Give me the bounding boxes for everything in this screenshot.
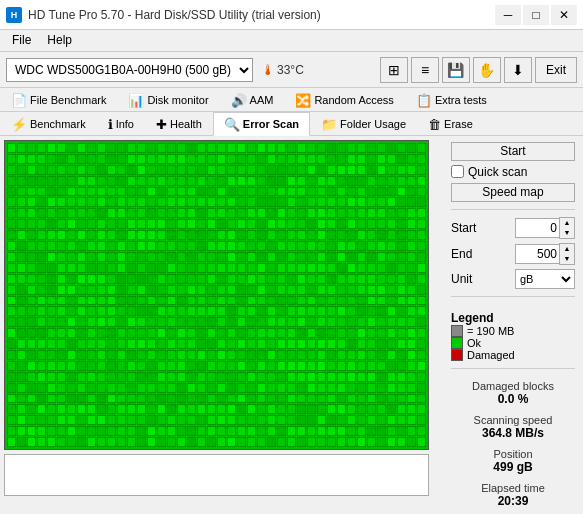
disk-selector[interactable]: WDC WDS500G1B0A-00H9H0 (500 gB)	[6, 58, 253, 82]
grid-cell	[247, 306, 256, 316]
maximize-button[interactable]: □	[523, 5, 549, 25]
grid-cell	[177, 306, 186, 316]
grid-cell	[277, 328, 286, 338]
grid-cell	[257, 241, 266, 251]
benchmark-icon: ⚡	[11, 117, 27, 132]
end-down-btn[interactable]: ▼	[560, 254, 574, 264]
grid-cell	[157, 415, 166, 425]
grid-cell	[247, 285, 256, 295]
menu-help[interactable]: Help	[39, 32, 80, 49]
grid-cell	[347, 372, 356, 382]
toolbar-btn-2[interactable]: ≡	[411, 57, 439, 83]
tab-benchmark[interactable]: ⚡ Benchmark	[0, 112, 97, 136]
grid-cell	[247, 230, 256, 240]
toolbar-btn-1[interactable]: ⊞	[380, 57, 408, 83]
start-down-btn[interactable]: ▼	[560, 228, 574, 238]
speed-map-button[interactable]: Speed map	[451, 183, 575, 202]
grid-cell	[37, 176, 46, 186]
tab-random-access[interactable]: 🔀 Random Access	[284, 88, 404, 112]
end-input[interactable]: 500	[515, 244, 559, 264]
grid-cell	[117, 208, 126, 218]
grid-cell	[127, 394, 136, 404]
grid-cell	[87, 197, 96, 207]
position-section: Position 499 gB	[451, 448, 575, 474]
end-up-btn[interactable]: ▲	[560, 244, 574, 254]
tab-folder-usage[interactable]: 📁 Folder Usage	[310, 112, 417, 136]
grid-cell	[267, 361, 276, 371]
grid-cell	[277, 252, 286, 262]
tab-error-scan[interactable]: 🔍 Error Scan	[213, 112, 310, 136]
grid-cell	[357, 143, 366, 153]
grid-cell	[17, 306, 26, 316]
grid-cell	[327, 176, 336, 186]
toolbar-btn-4[interactable]: ✋	[473, 57, 501, 83]
tab-info[interactable]: ℹ Info	[97, 112, 145, 136]
quick-scan-checkbox[interactable]	[451, 165, 464, 178]
grid-cell	[337, 339, 346, 349]
grid-cell	[237, 154, 246, 164]
close-button[interactable]: ✕	[551, 5, 577, 25]
grid-cell	[217, 372, 226, 382]
tab-health[interactable]: ✚ Health	[145, 112, 213, 136]
tab-file-benchmark[interactable]: 📄 File Benchmark	[0, 88, 117, 112]
toolbar-btn-5[interactable]: ⬇	[504, 57, 532, 83]
grid-cell	[37, 154, 46, 164]
grid-cell	[47, 263, 56, 273]
tab-disk-monitor[interactable]: 📊 Disk monitor	[117, 88, 219, 112]
grid-cell	[267, 197, 276, 207]
grid-cell	[117, 372, 126, 382]
tab-aam[interactable]: 🔊 AAM	[220, 88, 285, 112]
grid-cell	[117, 415, 126, 425]
minimize-button[interactable]: ─	[495, 5, 521, 25]
grid-cell	[47, 437, 56, 447]
menu-file[interactable]: File	[4, 32, 39, 49]
grid-cell	[297, 154, 306, 164]
grid-cell	[167, 415, 176, 425]
grid-cell	[137, 230, 146, 240]
grid-cell	[127, 361, 136, 371]
grid-cell	[357, 165, 366, 175]
toolbar-buttons: ⊞ ≡ 💾 ✋ ⬇ Exit	[380, 57, 577, 83]
start-input[interactable]: 0	[515, 218, 559, 238]
grid-cell	[187, 252, 196, 262]
scanning-speed-value: 364.8 MB/s	[451, 426, 575, 440]
grid-cell	[297, 394, 306, 404]
grid-cell	[417, 219, 426, 229]
tab-extra-tests[interactable]: 📋 Extra tests	[405, 88, 498, 112]
grid-cell	[127, 263, 136, 273]
start-up-btn[interactable]: ▲	[560, 218, 574, 228]
grid-cell	[77, 219, 86, 229]
grid-cell	[27, 339, 36, 349]
grid-cell	[247, 252, 256, 262]
grid-cell	[417, 143, 426, 153]
grid-cell	[47, 143, 56, 153]
exit-button[interactable]: Exit	[535, 57, 577, 83]
grid-cell	[27, 394, 36, 404]
tab-erase[interactable]: 🗑 Erase	[417, 112, 484, 136]
grid-cell	[407, 241, 416, 251]
grid-cell	[237, 350, 246, 360]
grid-cell	[177, 404, 186, 414]
grid-cell	[307, 154, 316, 164]
grid-cell	[137, 296, 146, 306]
tab-extra-tests-label: Extra tests	[435, 94, 487, 106]
grid-cell	[287, 415, 296, 425]
start-button[interactable]: Start	[451, 142, 575, 161]
grid-cell	[377, 274, 386, 284]
grid-cell	[127, 197, 136, 207]
grid-cell	[37, 404, 46, 414]
grid-cell	[107, 187, 116, 197]
grid-cell	[77, 350, 86, 360]
thermometer-icon: 🌡	[261, 62, 275, 78]
title-bar-text: HD Tune Pro 5.70 - Hard Disk/SSD Utility…	[28, 8, 495, 22]
grid-cell	[157, 285, 166, 295]
grid-cell	[47, 285, 56, 295]
grid-cell	[207, 339, 216, 349]
grid-cell	[387, 187, 396, 197]
unit-selector[interactable]: gB MB	[515, 269, 575, 289]
grid-cell	[27, 274, 36, 284]
grid-cell	[277, 197, 286, 207]
grid-cell	[357, 274, 366, 284]
grid-cell	[67, 274, 76, 284]
toolbar-btn-3[interactable]: 💾	[442, 57, 470, 83]
